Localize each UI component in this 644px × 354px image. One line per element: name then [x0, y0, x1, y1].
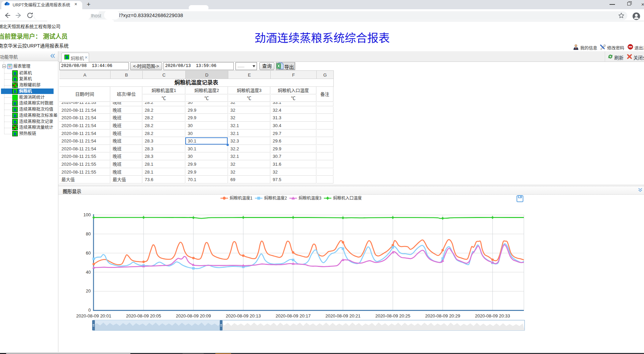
svg-text:B: B	[14, 107, 16, 112]
svg-text:B: B	[14, 132, 16, 136]
svg-text:R: R	[14, 101, 17, 106]
svg-text:B: B	[14, 113, 16, 118]
svg-text:B: B	[66, 55, 69, 59]
svg-text:B: B	[14, 89, 16, 94]
svg-text:B: B	[14, 71, 16, 76]
svg-text:B: B	[14, 77, 16, 82]
svg-text:B: B	[14, 120, 16, 124]
